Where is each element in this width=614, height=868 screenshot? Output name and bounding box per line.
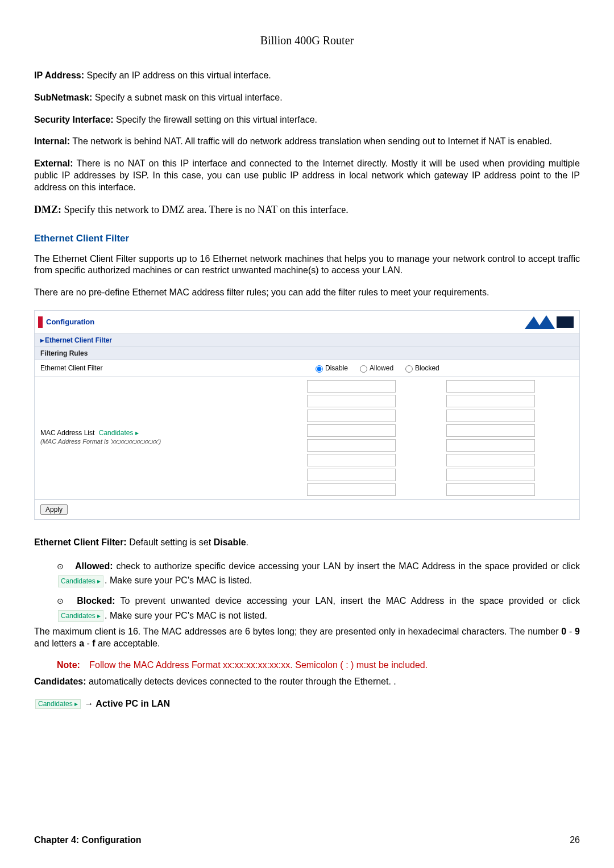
active-pc-row: Candidates ▸ → Active PC in LAN <box>34 698 580 710</box>
billion-logo <box>524 314 575 330</box>
mac-input-13[interactable] <box>307 469 396 481</box>
title-bar-icon <box>38 316 43 328</box>
mac-input-2[interactable] <box>446 380 535 393</box>
label-dmz: DMZ: <box>34 204 61 215</box>
mac-input-3[interactable] <box>307 395 396 407</box>
para-sec: Security Interface: Specify the firewall… <box>34 114 580 126</box>
inline-candidates-2[interactable]: Candidates ▸ <box>58 610 103 622</box>
blocked-label: Blocked: <box>77 596 115 606</box>
blocked-text-a: To prevent unwanted device accessing you… <box>115 596 580 606</box>
radio-blocked[interactable]: Blocked <box>403 364 439 373</box>
candidates-link[interactable]: Candidates ▸ <box>99 429 139 437</box>
max-a: The maximum client is 16. The MAC addres… <box>34 627 561 636</box>
text-dmz: Specify this network to DMZ area. There … <box>61 204 349 215</box>
mac-input-1[interactable] <box>307 380 396 393</box>
page-title: Billion 400G Router <box>34 34 580 47</box>
allowed-tail: . Make sure your PC's MAC is listed. <box>105 575 252 585</box>
active-pc-text: → Active PC in LAN <box>85 699 171 708</box>
bullet-icon: ⊙ <box>57 562 64 571</box>
inline-candidates-1[interactable]: Candidates ▸ <box>58 575 103 587</box>
radio-allowed[interactable]: Allowed <box>357 364 393 373</box>
candidates-label: Candidates: <box>34 677 86 686</box>
max-mid: and letters <box>34 639 79 648</box>
note-label: Note: <box>57 660 80 670</box>
ecf-row-label: Ethernet Client Filter <box>35 360 307 377</box>
text-ip: Specify an IP address on this virtual in… <box>84 70 271 80</box>
radio-allowed-label: Allowed <box>370 364 393 372</box>
mac-input-12[interactable] <box>446 454 535 466</box>
candidates-text: automatically detects devices connected … <box>86 677 396 686</box>
mac-input-4[interactable] <box>446 395 535 407</box>
config-subhead-text: Ethernet Client Filter <box>45 336 112 344</box>
ecf-default-bold: Disable <box>214 537 246 547</box>
mac-format-note: (MAC Address Format is 'xx:xx:xx:xx:xx:x… <box>40 438 301 445</box>
section-p2: There are no pre-define Ethernet MAC add… <box>34 287 580 299</box>
dash1: - <box>566 627 575 636</box>
mac-input-16[interactable] <box>446 483 535 496</box>
label-ext: External: <box>34 158 73 168</box>
bullet-icon: ⊙ <box>57 596 64 606</box>
config-panel: Configuration ▸Ethernet Client Filter Fi… <box>34 310 580 520</box>
radio-disable-input[interactable] <box>316 365 323 373</box>
max-client-para: The maximum client is 16. The MAC addres… <box>34 626 580 650</box>
let-a: a <box>79 639 84 648</box>
allowed-label: Allowed: <box>75 561 113 571</box>
mac-input-6[interactable] <box>446 410 535 422</box>
ecf-default: Ethernet Client Filter: Default setting … <box>34 537 580 549</box>
label-ip: IP Address: <box>34 70 84 80</box>
ecf-default-label: Ethernet Client Filter: <box>34 537 127 547</box>
radio-blocked-label: Blocked <box>415 364 439 372</box>
mac-address-list-label: MAC Address List <box>40 429 94 437</box>
apply-row: Apply <box>35 499 579 519</box>
dash2: - <box>84 639 92 648</box>
text-sec: Specify the firewall setting on this vir… <box>114 115 317 124</box>
mac-input-11[interactable] <box>307 454 396 466</box>
config-title: Configuration <box>46 318 94 326</box>
text-sub: Specify a subnet mask on this virtual in… <box>92 93 282 102</box>
blocked-tail: . Make sure your PC's MAC is not listed. <box>105 611 267 620</box>
num-9: 9 <box>575 627 580 636</box>
config-subhead: ▸Ethernet Client Filter <box>35 334 579 347</box>
allowed-text: check to authorize specific device acces… <box>113 561 580 571</box>
ecf-row-radios: Disable Allowed Blocked <box>307 360 579 377</box>
label-sec: Security Interface: <box>34 115 114 124</box>
para-sub: SubNetmask: Specify a subnet mask on thi… <box>34 92 580 104</box>
radio-blocked-input[interactable] <box>405 365 413 373</box>
ecf-default-text: Default setting is set <box>127 537 214 547</box>
candidates-para: Candidates: automatically detects device… <box>34 676 580 688</box>
mac-input-9[interactable] <box>307 439 396 452</box>
para-ext: External: There is no NAT on this IP int… <box>34 158 580 193</box>
mac-left: MAC Address List Candidates ▸ (MAC Addre… <box>35 427 307 449</box>
config-rules-head: Filtering Rules <box>35 347 579 360</box>
max-tail: are acceptable. <box>96 639 160 648</box>
num-0: 0 <box>561 627 566 636</box>
label-sub: SubNetmask: <box>34 93 92 102</box>
text-ext: There is no NAT on this IP interface and… <box>34 158 580 192</box>
inline-candidates-3[interactable]: Candidates ▸ <box>35 699 81 710</box>
footer-left: Chapter 4: Configuration <box>34 835 141 845</box>
radio-allowed-input[interactable] <box>360 365 367 373</box>
mac-input-5[interactable] <box>307 410 396 422</box>
apply-button[interactable]: Apply <box>40 504 68 515</box>
mac-input-14[interactable] <box>446 469 535 481</box>
note-row: Note: Follow the MAC Address Format xx:x… <box>57 660 580 670</box>
para-ip: IP Address: Specify an IP address on thi… <box>34 70 580 82</box>
arrow-icon: ▸ <box>40 336 44 344</box>
footer: Chapter 4: Configuration 26 <box>34 835 580 845</box>
mac-input-7[interactable] <box>307 424 396 437</box>
note-text: Follow the MAC Address Format xx:xx:xx:x… <box>89 660 428 670</box>
config-title-row: Configuration <box>35 311 579 334</box>
label-int: Internal: <box>34 136 70 146</box>
section-heading: Ethernet Client Filter <box>34 233 580 244</box>
mac-input-15[interactable] <box>307 483 396 496</box>
section-p1: The Ethernet Client Filter supports up t… <box>34 253 580 277</box>
bullet-allowed: ⊙ Allowed: check to authorize specific d… <box>57 559 580 588</box>
bullet-blocked: ⊙ Blocked: To prevent unwanted device ac… <box>57 594 580 623</box>
mac-input-10[interactable] <box>446 439 535 452</box>
radio-disable[interactable]: Disable <box>313 364 348 373</box>
mac-input-8[interactable] <box>446 424 535 437</box>
footer-right: 26 <box>570 835 580 845</box>
para-dmz: DMZ: Specify this network to DMZ area. T… <box>34 204 580 216</box>
mac-input-grid <box>307 377 579 499</box>
svg-rect-0 <box>557 316 574 328</box>
